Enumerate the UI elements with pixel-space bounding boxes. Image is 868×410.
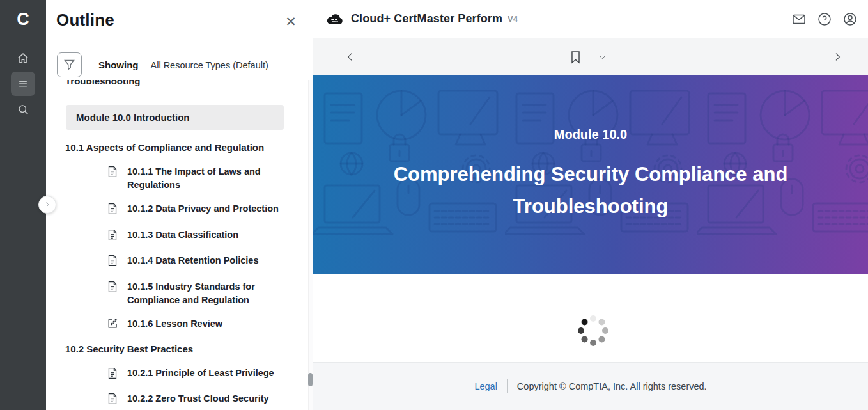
document-icon [107, 393, 119, 407]
next-page-button[interactable] [826, 38, 849, 75]
resource-label: 10.1.1 The Impact of Laws and Regulation… [127, 165, 286, 192]
outline-resource-item[interactable]: 10.1.2 Data Privacy and Protection [107, 202, 308, 217]
edit-icon [107, 318, 119, 331]
bookmark-icon [570, 51, 581, 64]
course-header: Cloud+ CertMaster Perform V4 [313, 0, 868, 38]
chevron-left-icon [345, 52, 355, 62]
resource-label: 10.2.2 Zero Trust Cloud Security [127, 392, 286, 407]
outline-resource-item[interactable]: 10.1.3 Data Classification [107, 228, 308, 244]
resource-label: 10.1.5 Industry Standards for Compliance… [127, 280, 286, 307]
app-window: C Outline ✕ Showing Al [0, 0, 868, 410]
panel-collapse-toggle[interactable] [38, 196, 56, 214]
resource-label: 10.1.2 Data Privacy and Protection [127, 202, 286, 217]
messages-button[interactable] [791, 12, 807, 27]
outline-list: Troubleshooting Module 10.0 Introduction… [46, 80, 308, 410]
document-icon [107, 281, 119, 307]
menu-icon [17, 77, 29, 90]
legal-link[interactable]: Legal [474, 381, 497, 391]
profile-icon [842, 12, 858, 27]
course-title: Cloud+ CertMaster Perform [351, 12, 502, 26]
outline-resource-item[interactable]: 10.1.4 Data Retention Policies [107, 254, 308, 269]
previous-page-button[interactable] [339, 38, 362, 75]
document-icon [107, 203, 119, 217]
funnel-icon [63, 58, 76, 72]
resource-label: 10.1.6 Lesson Review [127, 317, 286, 331]
document-icon [107, 166, 119, 192]
profile-button[interactable] [842, 12, 858, 27]
filter-button[interactable] [57, 52, 82, 77]
search-icon [17, 103, 30, 116]
outline-resource-item[interactable]: 10.2.1 Principle of Least Privilege [107, 367, 308, 382]
outline-scrollbar-thumb[interactable] [308, 373, 313, 386]
outline-menu-button[interactable] [11, 72, 35, 96]
search-button[interactable] [11, 97, 35, 122]
footer-divider [507, 379, 508, 393]
outline-lesson-heading[interactable]: 10.1 Aspects of Compliance and Regulatio… [65, 141, 284, 154]
resource-label: 10.1.4 Data Retention Policies [127, 254, 286, 269]
outline-resource-item[interactable]: 10.1.5 Industry Standards for Compliance… [107, 280, 308, 307]
loading-spinner [577, 315, 609, 347]
mail-icon [791, 12, 807, 27]
document-icon [107, 255, 119, 269]
outline-lesson-heading[interactable]: 10.2 Security Best Practices [65, 342, 284, 356]
footer: Legal Copyright © CompTIA, Inc. All righ… [313, 362, 868, 410]
lesson-toolbar [313, 38, 868, 75]
copyright-text: Copyright © CompTIA, Inc. All rights res… [517, 381, 707, 391]
filter-value: All Resource Types (Default) [151, 60, 268, 70]
comptia-logo: C [0, 6, 46, 32]
outline-title: Outline [56, 10, 114, 30]
outline-scrollbar-track[interactable] [308, 80, 313, 410]
bookmark-menu-button[interactable] [593, 38, 611, 75]
chevron-down-icon [598, 53, 607, 61]
resource-label: 10.1.3 Data Classification [127, 228, 286, 244]
module-title: Comprehending Security Compliance and Tr… [354, 159, 827, 223]
bookmark-button[interactable] [564, 38, 587, 75]
module-hero-banner: Module 10.0 Comprehending Security Compl… [313, 75, 868, 274]
outline-panel: Outline ✕ Showing All Resource Types (De… [46, 0, 313, 410]
outline-resource-item[interactable]: 10.1.1 The Impact of Laws and Regulation… [107, 165, 308, 192]
close-icon[interactable]: ✕ [283, 13, 298, 29]
resource-label: 10.2.1 Principle of Least Privilege [127, 367, 286, 382]
document-icon [107, 229, 119, 244]
home-icon [16, 51, 30, 65]
document-icon [107, 367, 119, 382]
chevron-right-icon [43, 201, 51, 209]
outline-resource-item[interactable]: 10.2.2 Zero Trust Cloud Security [107, 392, 308, 407]
help-icon [817, 12, 832, 27]
cloud-logo-icon [326, 12, 344, 26]
course-version-badge: V4 [508, 14, 518, 24]
home-button[interactable] [11, 46, 35, 70]
main-area: Cloud+ CertMaster Perform V4 [313, 0, 868, 410]
chevron-right-icon [832, 52, 842, 62]
filter-showing-label: Showing [98, 59, 139, 70]
help-button[interactable] [817, 12, 832, 27]
outline-item-partial[interactable]: Troubleshooting [65, 80, 308, 88]
module-number: Module 10.0 [313, 127, 868, 142]
filter-row: Showing All Resource Types (Default) [57, 52, 268, 77]
content-loading-area [313, 274, 868, 362]
outline-item-module-intro[interactable]: Module 10.0 Introduction [66, 105, 284, 130]
outline-resource-item[interactable]: 10.1.6 Lesson Review [107, 317, 308, 331]
